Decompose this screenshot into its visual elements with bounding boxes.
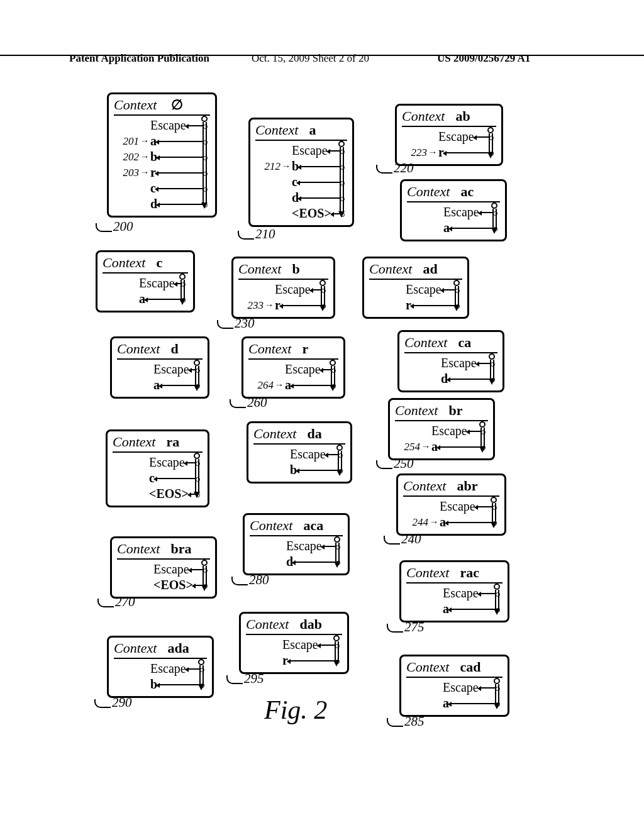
escape-label: Escape [286, 538, 322, 554]
pin-icon [328, 360, 337, 391]
ref-230: 230 [217, 316, 255, 331]
context-name: ra [166, 434, 179, 450]
ref-220: 220 [376, 160, 414, 176]
context-word: Context [255, 122, 298, 138]
context-name: br [448, 402, 462, 418]
context-ab: Context ab Escape 223→r [395, 104, 503, 166]
escape-label: Escape [285, 362, 321, 377]
context-name: b [292, 261, 299, 277]
pin-icon [337, 141, 346, 218]
context-word: Context [248, 341, 291, 357]
context-ada: Context ada Escape b [107, 636, 214, 698]
pin-icon [487, 353, 496, 385]
context-a: Context a Escape 212→b c d <EOS> [248, 118, 354, 227]
escape-label: Escape [150, 118, 186, 133]
context-ac: Context ac Escape a [400, 179, 507, 241]
context-word: Context [114, 640, 157, 656]
context-word: Context [238, 261, 281, 277]
context-name: ∅ [171, 97, 183, 113]
context-name: ada [167, 640, 189, 656]
pin-icon [452, 280, 461, 311]
escape-label: Escape [443, 585, 479, 601]
pin-icon [333, 536, 341, 568]
pin-icon [478, 421, 487, 453]
context-name: c [156, 255, 162, 270]
row-ref: 201 [114, 135, 139, 148]
row-ref: 233 [238, 299, 264, 312]
ref-280: 280 [231, 572, 269, 588]
context-name: a [309, 122, 316, 138]
context-name: dab [299, 616, 321, 632]
escape-label: Escape [153, 562, 189, 577]
escape-label: Escape [150, 661, 186, 677]
context-name: aca [303, 517, 323, 533]
context-name: ac [460, 184, 474, 199]
context-name: cad [460, 659, 480, 675]
pin-icon [318, 280, 327, 311]
context-cad: Context cad Escape a [399, 655, 509, 717]
context-b: Context b Escape 233→r [231, 257, 335, 319]
context-word: Context [403, 478, 446, 494]
row-ref: 254 [395, 440, 420, 453]
context-da: Context da Escape b [247, 421, 352, 484]
row-ref: 223 [402, 146, 427, 159]
context-word: Context [404, 335, 447, 350]
context-ad: Context ad Escape r [362, 257, 469, 319]
context-word: Context [117, 541, 160, 556]
figure-caption: Fig. 2 [264, 695, 327, 725]
escape-label: Escape [431, 423, 467, 439]
ref-260: 260 [230, 395, 267, 411]
escape-label: Escape [406, 282, 441, 297]
context-aca: Context aca Escape d [243, 513, 350, 575]
context-name: d [170, 341, 178, 357]
symbol: <EOS> [292, 206, 331, 221]
ref-200: 200 [96, 219, 133, 235]
escape-label: Escape [438, 129, 474, 145]
context-word: Context [402, 108, 445, 124]
context-word: Context [406, 565, 449, 580]
escape-label: Escape [290, 446, 326, 462]
context-name: ad [423, 261, 437, 277]
context-br: Context br Escape 254→a [388, 398, 495, 460]
pin-icon [332, 635, 341, 667]
pin-icon [490, 202, 499, 234]
context-bra: Context bra Escape <EOS> [110, 536, 217, 599]
context-rac: Context rac Escape a [399, 560, 509, 622]
escape-label: Escape [153, 362, 189, 377]
context-word: Context [250, 517, 292, 533]
context-ra: Context ra Escape c <EOS> [106, 429, 209, 507]
symbol: <EOS> [149, 486, 189, 502]
header-mid-text: Oct. 15, 2009 Sheet 2 of 20 [252, 52, 369, 65]
pin-icon [492, 584, 501, 615]
symbol: <EOS> [153, 577, 193, 593]
context-word: Context [395, 402, 438, 418]
escape-label: Escape [440, 499, 475, 514]
context-d: Context d Escape a [110, 336, 209, 399]
context-name: rac [460, 565, 479, 580]
ref-295: 295 [226, 671, 264, 687]
pin-icon [192, 360, 201, 391]
ref-210: 210 [238, 226, 275, 242]
escape-label: Escape [292, 143, 328, 158]
context-word: Context [117, 341, 160, 357]
row-ref: 264 [248, 379, 274, 392]
header-left-text: Patent Application Publication [69, 52, 209, 65]
ref-290: 290 [94, 695, 132, 711]
row-ref: 212 [255, 160, 280, 173]
pin-icon [489, 497, 498, 528]
context-word: Context [253, 426, 296, 441]
context-word: Context [246, 616, 289, 632]
context-word: Context [103, 255, 145, 270]
ref-285: 285 [387, 714, 425, 729]
context-name: da [307, 426, 321, 441]
pin-icon [192, 453, 201, 498]
context-word: Context [406, 659, 449, 675]
context-word: Context [407, 184, 450, 199]
row-ref: 202 [114, 150, 139, 163]
escape-label: Escape [443, 680, 479, 695]
page-header: Patent Application Publication Oct. 15, … [0, 52, 644, 56]
pin-icon [492, 678, 501, 709]
context-name: abr [457, 478, 477, 494]
escape-label: Escape [443, 204, 479, 220]
context-word: Context [113, 434, 155, 450]
